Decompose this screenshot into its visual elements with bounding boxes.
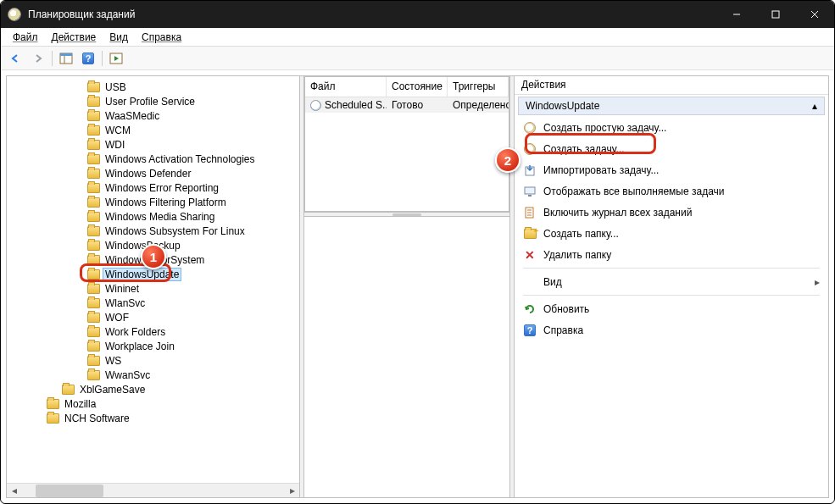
tree-item[interactable]: NCH Software [47, 411, 299, 425]
folder-icon [87, 370, 100, 380]
tree-item-label: User Profile Service [103, 96, 197, 108]
folder-icon [47, 399, 59, 409]
tree-scroll[interactable]: USBUser Profile ServiceWaaSMedicWCMWDIWi… [7, 76, 299, 483]
folder-icon [87, 298, 100, 308]
folder-icon [87, 183, 100, 193]
display-icon [523, 185, 537, 198]
blank-icon [523, 275, 537, 289]
tree-item[interactable]: WlanSvc [87, 296, 299, 310]
action-create-task[interactable]: Создать задачу... [518, 138, 825, 159]
tree-item-label: Windows Error Reporting [103, 182, 220, 194]
action-enable-log[interactable]: Включить журнал всех заданий [518, 202, 825, 223]
tree-item[interactable]: Windows Filtering Platform [87, 195, 299, 209]
action-help[interactable]: ? Справка [518, 319, 825, 341]
folder-icon [87, 169, 100, 179]
menu-action[interactable]: Действие [45, 30, 103, 45]
log-icon [523, 206, 537, 219]
tree-item[interactable]: User Profile Service [87, 94, 299, 108]
menu-file[interactable]: Файл [6, 30, 45, 45]
tree-item[interactable]: WDI [87, 137, 299, 152]
toolbar: ? [1, 47, 834, 70]
task-trigger: Определено [448, 98, 509, 112]
tree-item[interactable]: WaaSMedic [87, 108, 299, 123]
action-label: Отображать все выполняемые задачи [543, 186, 725, 197]
task-grid-body[interactable]: Scheduled S... Готово Определено [305, 97, 509, 211]
action-label: Создать простую задачу... [543, 122, 666, 134]
tree-item[interactable]: Windows Activation Technologies [87, 152, 299, 166]
collapse-icon: ▴ [812, 100, 817, 112]
tree-item-label: XblGameSave [78, 384, 147, 396]
tree-item-label: WindowsBackup [103, 240, 182, 252]
maximize-button[interactable] [756, 1, 795, 28]
help-icon: ? [82, 53, 94, 64]
action-label: Вид [543, 276, 562, 288]
folder-icon [87, 226, 100, 236]
svg-rect-5 [60, 53, 72, 56]
help-icon: ? [523, 324, 537, 337]
menu-help[interactable]: Справка [135, 30, 188, 45]
scroll-thumb[interactable] [36, 485, 103, 497]
task-icon [310, 100, 321, 111]
tree-item-label: WlanSvc [103, 297, 147, 309]
action-show-running[interactable]: Отображать все выполняемые задачи [518, 180, 825, 202]
pane-button[interactable] [56, 49, 76, 68]
tree-horizontal-scrollbar[interactable]: ◂ ▸ [7, 483, 299, 497]
tree-item[interactable]: WOF [87, 310, 299, 324]
tree-item[interactable]: WCM [87, 123, 299, 137]
back-button[interactable] [6, 49, 26, 68]
tree-item[interactable]: WindowsBackup [87, 238, 299, 252]
run-button[interactable] [106, 49, 126, 68]
tree-item-label: Wininet [103, 283, 141, 295]
tree-item[interactable]: Windows Media Sharing [87, 209, 299, 224]
app-icon [8, 8, 21, 21]
folder-icon [87, 255, 100, 265]
tree-item[interactable]: Wininet [87, 281, 299, 296]
tree-item[interactable]: Windows Error Reporting [87, 180, 299, 195]
toolbar-separator [52, 51, 53, 66]
tree-item[interactable]: WindowsColorSystem [87, 252, 299, 267]
task-scheduler-window: Планировщик заданий Файл Действие Вид Сп… [0, 0, 835, 504]
tree-item[interactable]: Work Folders [87, 324, 299, 339]
task-icon [524, 143, 536, 155]
tree-item[interactable]: WindowsUpdate [87, 267, 299, 281]
close-button[interactable] [795, 1, 834, 28]
menu-view[interactable]: Вид [103, 30, 135, 45]
col-file[interactable]: Файл [305, 77, 387, 97]
tree-item[interactable]: WwanSvc [87, 368, 299, 382]
task-detail-pane [304, 217, 509, 497]
actions-context-bar[interactable]: WindowsUpdate ▴ [518, 97, 825, 115]
separator [523, 268, 820, 269]
folder-icon [87, 356, 100, 366]
action-create-basic-task[interactable]: Создать простую задачу... [518, 117, 825, 138]
tree-item[interactable]: Mozilla [47, 396, 299, 411]
tree-item[interactable]: XblGameSave [62, 382, 299, 396]
task-basic-icon [524, 122, 536, 134]
tree-item-label: Windows Subsystem For Linux [103, 225, 247, 237]
minimize-button[interactable] [717, 1, 756, 28]
forward-button[interactable] [28, 49, 48, 68]
tree-item-label: Windows Filtering Platform [103, 197, 228, 208]
chevron-right-icon: ▸ [815, 276, 820, 288]
tree-item[interactable]: Windows Subsystem For Linux [87, 224, 299, 238]
action-new-folder[interactable]: ✦ Создать папку... [518, 223, 825, 244]
window-controls [717, 1, 834, 28]
splitter-horizontal[interactable] [304, 212, 509, 217]
tree-item[interactable]: Windows Defender [87, 166, 299, 180]
action-import-task[interactable]: Импортировать задачу... [518, 159, 825, 180]
menubar: Файл Действие Вид Справка [1, 28, 834, 47]
import-icon [523, 163, 537, 177]
tree-item[interactable]: WS [87, 353, 299, 368]
action-delete-folder[interactable]: ✕ Удалить папку [518, 244, 825, 265]
col-state[interactable]: Состояние [387, 77, 448, 97]
action-view-submenu[interactable]: Вид ▸ [518, 271, 825, 292]
action-refresh[interactable]: Обновить [518, 298, 825, 319]
table-row[interactable]: Scheduled S... Готово Определено [305, 97, 509, 113]
help-button[interactable]: ? [78, 49, 98, 68]
folder-icon [87, 341, 100, 352]
col-trigger[interactable]: Триггеры [448, 77, 509, 97]
toolbar-separator [102, 51, 103, 66]
tree-item[interactable]: USB [87, 80, 299, 94]
actions-header: Действия [515, 76, 828, 95]
folder-icon [87, 125, 100, 136]
tree-item[interactable]: Workplace Join [87, 339, 299, 353]
